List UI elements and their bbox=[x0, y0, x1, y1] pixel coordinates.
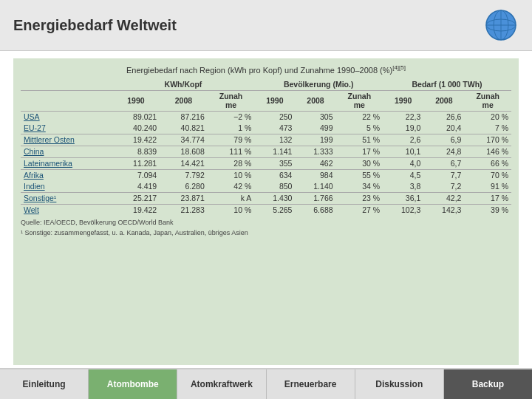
data-cell: 7.792 bbox=[160, 169, 208, 181]
data-cell: 66 % bbox=[464, 157, 511, 169]
data-cell: 17 % bbox=[464, 192, 511, 204]
globe-icon bbox=[483, 7, 519, 43]
th-bev-2008: 2008 bbox=[295, 90, 335, 111]
region-cell[interactable]: Welt bbox=[21, 204, 112, 216]
table-title-superscript: [4][5] bbox=[392, 64, 406, 71]
data-cell: 26,6 bbox=[423, 111, 464, 123]
data-cell: 199 bbox=[295, 134, 335, 146]
data-cell: 22 % bbox=[336, 111, 383, 123]
data-cell: 7,7 bbox=[423, 169, 464, 181]
data-cell: 142,3 bbox=[423, 204, 464, 216]
data-cell: 111 % bbox=[208, 146, 255, 157]
footer-tab-diskussion[interactable]: Diskussion bbox=[355, 369, 444, 399]
data-cell: 11.281 bbox=[112, 157, 160, 169]
th-bed-1990: 1990 bbox=[383, 90, 423, 111]
region-cell[interactable]: USA bbox=[21, 111, 112, 123]
data-cell: 6.688 bbox=[295, 204, 335, 216]
data-cell: 634 bbox=[254, 169, 295, 181]
data-cell: 18.608 bbox=[160, 146, 208, 157]
data-cell: 250 bbox=[254, 111, 295, 123]
data-cell: 19.422 bbox=[112, 134, 160, 146]
data-cell: 4,0 bbox=[383, 157, 423, 169]
data-cell: 462 bbox=[295, 157, 335, 169]
data-cell: 6.280 bbox=[160, 181, 208, 193]
table-row: Welt19.42221.28310 %5.2656.68827 %102,31… bbox=[21, 204, 511, 216]
data-cell: 27 % bbox=[336, 204, 383, 216]
table-container: Energiebedarf nach Region (kWh pro Kopf)… bbox=[13, 58, 519, 365]
content: Energiebedarf nach Region (kWh pro Kopf)… bbox=[0, 51, 532, 368]
region-cell[interactable]: Afrika bbox=[21, 169, 112, 181]
th-bed-z: Zunahme bbox=[464, 90, 511, 111]
data-cell: 79 % bbox=[208, 134, 255, 146]
th-kwh: KWh/Kopf bbox=[112, 79, 255, 91]
table-row: Sonstige¹25.21723.871k A1.4301.76623 %36… bbox=[21, 192, 511, 204]
footer-tab-atombombe[interactable]: Atombombe bbox=[89, 369, 177, 399]
data-cell: 20,4 bbox=[423, 123, 464, 134]
region-cell[interactable]: EU-27 bbox=[21, 123, 112, 134]
region-cell[interactable]: Lateinamerika bbox=[21, 157, 112, 169]
data-cell: 25.217 bbox=[112, 192, 160, 204]
page: Energiebedarf Weltweit Energiebedarf nac… bbox=[0, 0, 532, 399]
data-cell: 1.333 bbox=[295, 146, 335, 157]
data-cell: 305 bbox=[295, 111, 335, 123]
table-row: Lateinamerika11.28114.42128 %35546230 %4… bbox=[21, 157, 511, 169]
data-cell: 70 % bbox=[464, 169, 511, 181]
data-cell: 17 % bbox=[336, 146, 383, 157]
th-kwh-z: Zunahme bbox=[208, 90, 255, 111]
data-cell: 1.140 bbox=[295, 181, 335, 193]
footer-tab-erneuerbare[interactable]: Erneuerbare bbox=[267, 369, 355, 399]
data-cell: 6,7 bbox=[423, 157, 464, 169]
data-cell: 7,2 bbox=[423, 181, 464, 193]
data-cell: 40.821 bbox=[160, 123, 208, 134]
data-cell: 10,1 bbox=[383, 146, 423, 157]
page-title: Energiebedarf Weltweit bbox=[13, 17, 177, 34]
data-cell: 146 % bbox=[464, 146, 511, 157]
data-cell: 3,8 bbox=[383, 181, 423, 193]
region-cell[interactable]: Sonstige¹ bbox=[21, 192, 112, 204]
region-cell[interactable]: China bbox=[21, 146, 112, 157]
th-sub-empty bbox=[21, 90, 112, 111]
data-cell: 170 % bbox=[464, 134, 511, 146]
data-cell: 102,3 bbox=[383, 204, 423, 216]
data-cell: −2 % bbox=[208, 111, 255, 123]
region-cell[interactable]: Indien bbox=[21, 181, 112, 193]
data-cell: 87.216 bbox=[160, 111, 208, 123]
data-cell: 5.265 bbox=[254, 204, 295, 216]
data-cell: 850 bbox=[254, 181, 295, 193]
data-cell: k A bbox=[208, 192, 255, 204]
th-bev: Bevölkerung (Mio.) bbox=[254, 79, 383, 91]
table-row: USA89.02187.216−2 %25030522 %22,326,620 … bbox=[21, 111, 511, 123]
data-cell: 42,2 bbox=[423, 192, 464, 204]
data-cell: 7 % bbox=[464, 123, 511, 134]
data-cell: 89.021 bbox=[112, 111, 160, 123]
data-cell: 14.421 bbox=[160, 157, 208, 169]
data-cell: 40.240 bbox=[112, 123, 160, 134]
data-cell: 36,1 bbox=[383, 192, 423, 204]
th-bev-1990: 1990 bbox=[254, 90, 295, 111]
header: Energiebedarf Weltweit bbox=[0, 0, 532, 51]
data-cell: 132 bbox=[254, 134, 295, 146]
footer-tab-backup[interactable]: Backup bbox=[444, 369, 532, 399]
data-cell: 6,9 bbox=[423, 134, 464, 146]
data-cell: 355 bbox=[254, 157, 295, 169]
data-cell: 39 % bbox=[464, 204, 511, 216]
region-cell[interactable]: Mittlerer Osten bbox=[21, 134, 112, 146]
data-cell: 10 % bbox=[208, 169, 255, 181]
data-cell: 19.422 bbox=[112, 204, 160, 216]
footer: EinleitungAtombombeAtomkraftwerkErneuerb… bbox=[0, 368, 532, 399]
th-bed: Bedarf (1 000 TWh) bbox=[383, 79, 511, 91]
data-cell: 5 % bbox=[336, 123, 383, 134]
th-kwh-1990: 1990 bbox=[112, 90, 160, 111]
th-bev-z: Zunahme bbox=[336, 90, 383, 111]
table-row: Indien4.4196.28042 %8501.14034 %3,87,291… bbox=[21, 181, 511, 193]
data-cell: 10 % bbox=[208, 204, 255, 216]
footer-tab-atomkraftwerk[interactable]: Atomkraftwerk bbox=[177, 369, 266, 399]
data-cell: 473 bbox=[254, 123, 295, 134]
data-cell: 8.839 bbox=[112, 146, 160, 157]
data-cell: 24,8 bbox=[423, 146, 464, 157]
data-cell: 23 % bbox=[336, 192, 383, 204]
data-cell: 91 % bbox=[464, 181, 511, 193]
footer-tab-einleitung[interactable]: Einleitung bbox=[0, 369, 89, 399]
data-cell: 2,6 bbox=[383, 134, 423, 146]
table-title: Energiebedarf nach Region (kWh pro Kopf)… bbox=[21, 64, 511, 75]
